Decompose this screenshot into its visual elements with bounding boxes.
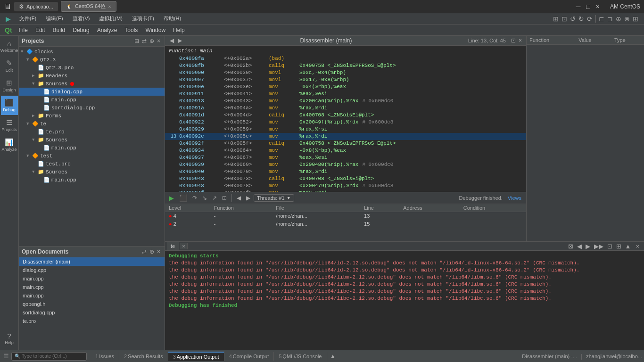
- icon-projects[interactable]: ☰ Projects: [1, 115, 18, 135]
- tab2-close-icon[interactable]: ×: [108, 4, 111, 9]
- tree-item-maincpp3[interactable]: 📄 main.cpp: [19, 176, 165, 184]
- open-doc-sortdialog[interactable]: sortdialog.cpp: [19, 308, 165, 317]
- icon-welcome[interactable]: ⌂ Welcome: [1, 37, 18, 56]
- icon-analyze[interactable]: 📊 Analyze: [1, 135, 18, 155]
- open-doc-tepro[interactable]: te.pro: [19, 317, 165, 325]
- tree-item-sources1[interactable]: ▼ 📁 Sources: [19, 80, 165, 88]
- open-doc-maincpp3[interactable]: main.cpp: [19, 291, 165, 300]
- status-tab-appoutput[interactable]: 3Application Output: [168, 352, 224, 361]
- tree-item-testpro[interactable]: 📄 test.pro: [19, 160, 165, 168]
- disassembler-body[interactable]: Function: main 0x4008fa <+0x002a> (bad): [165, 46, 526, 192]
- tree-item-test[interactable]: ▼ 🔶 test: [19, 152, 165, 160]
- qt-menu-debug[interactable]: Debug: [69, 26, 93, 34]
- tree-item-qt23[interactable]: ▼ 🔶 Qt2-3: [19, 56, 165, 64]
- sync-open-icon[interactable]: ⇄: [140, 248, 148, 255]
- output-toolbar-3[interactable]: ▶: [584, 242, 592, 250]
- disasm-close-icon[interactable]: ×: [517, 37, 523, 44]
- toolbar-icon-10[interactable]: ⊞: [633, 15, 638, 23]
- vm-tab2[interactable]: 🐧 CentOS 64位 ×: [61, 1, 116, 12]
- output-toolbar-5[interactable]: ⊡: [605, 242, 614, 250]
- open-doc-dialogcpp[interactable]: dialog.cpp: [19, 266, 165, 274]
- dbg-continue-btn[interactable]: ▶: [167, 193, 176, 203]
- expand-icon[interactable]: ⊕: [148, 37, 156, 45]
- threads-selector[interactable]: Threads: #1 ▼: [254, 194, 294, 202]
- tree-item-sortdialogcpp[interactable]: 📄 sortdialog.cpp: [19, 104, 165, 112]
- open-doc-maincpp1[interactable]: main.cpp: [19, 274, 165, 283]
- vm-tab1[interactable]: ⚙ Applicatio...: [14, 2, 58, 11]
- vm-maximize-btn[interactable]: □: [586, 3, 590, 10]
- output-toolbar-1[interactable]: ⊠: [566, 242, 575, 250]
- output-te-close-icon[interactable]: ×: [180, 243, 187, 249]
- bp-row-2[interactable]: ● 2 - /home/zhan... 15: [165, 220, 526, 228]
- icon-help[interactable]: ? Help: [1, 329, 18, 348]
- icon-debug[interactable]: ⬛ Debug: [1, 96, 18, 115]
- close-projects-icon[interactable]: ×: [156, 37, 162, 45]
- qt-menu-tools[interactable]: Tools: [121, 26, 141, 34]
- tree-item-maincpp1[interactable]: 📄 main.cpp: [19, 96, 165, 104]
- dbg-step-into-btn[interactable]: ↘: [200, 194, 209, 202]
- close-open-icon[interactable]: ×: [156, 248, 162, 255]
- disasm-nav-forward[interactable]: ▶: [176, 37, 184, 44]
- locate-input-container[interactable]: 🔍: [11, 352, 87, 361]
- tree-item-te[interactable]: ▼ 🔶 te: [19, 120, 165, 128]
- vm-minimize-btn[interactable]: ─: [576, 3, 580, 10]
- locate-input[interactable]: [22, 354, 83, 359]
- toolbar-icon-1[interactable]: ⊞: [553, 15, 559, 23]
- filter-icon[interactable]: ⊟: [133, 37, 140, 45]
- tree-item-clocks[interactable]: ▼ 🔷 clocks: [19, 48, 165, 56]
- toolbar-icon-9[interactable]: ⊗: [624, 15, 630, 23]
- toolbar-icon-8[interactable]: ⊕: [616, 15, 621, 23]
- dbg-fwd-btn[interactable]: ▶: [244, 194, 252, 202]
- menu-tab[interactable]: 选项卡(T): [127, 14, 159, 23]
- bp-row-1[interactable]: ● 4 - /home/zhan... 13: [165, 212, 526, 220]
- status-filter-btn[interactable]: ☰: [2, 352, 10, 360]
- dbg-step-out-btn[interactable]: ↗: [210, 194, 219, 202]
- output-toolbar-6[interactable]: ⊞: [614, 242, 623, 250]
- app-output-body[interactable]: Debugging starts the debug information f…: [165, 251, 644, 350]
- output-toolbar-2[interactable]: ◀: [575, 242, 584, 250]
- qt-menu-help[interactable]: Help: [169, 26, 189, 34]
- qt-menu-build[interactable]: Build: [49, 26, 69, 34]
- tree-item-headers[interactable]: ▶ 📁 Headers: [19, 72, 165, 80]
- menu-vm[interactable]: 虚拟机(M): [94, 14, 127, 23]
- status-tab-compile[interactable]: 4Compile Output: [224, 352, 274, 361]
- open-doc-qopengl[interactable]: qopengl.h: [19, 300, 165, 308]
- sync-icon[interactable]: ⇄: [140, 37, 148, 45]
- tree-item-sources3[interactable]: ▼ 📁 Sources: [19, 168, 165, 176]
- disasm-expand-icon[interactable]: ⊡: [510, 37, 517, 44]
- toolbar-icon-3[interactable]: ↺: [570, 15, 576, 23]
- toolbar-icon-5[interactable]: ⟳: [587, 15, 593, 23]
- status-tab-issues[interactable]: 1Issues: [91, 352, 119, 361]
- tree-item-tepro[interactable]: 📄 te.pro: [19, 128, 165, 136]
- menu-file[interactable]: 文件(F): [15, 14, 41, 23]
- open-doc-maincpp2[interactable]: main.cpp: [19, 283, 165, 291]
- toolbar-icon-4[interactable]: ↻: [578, 15, 584, 23]
- expand-open-icon[interactable]: ⊕: [148, 248, 156, 255]
- menu-view[interactable]: 查看(V): [68, 14, 95, 23]
- qt-menu-file[interactable]: File: [15, 26, 32, 34]
- open-doc-disasm[interactable]: Disassembler (main): [19, 257, 165, 266]
- output-toolbar-4[interactable]: ▶▶: [592, 242, 605, 250]
- status-toggle-btn[interactable]: ▲: [327, 351, 339, 361]
- menu-help[interactable]: 帮助(H): [159, 14, 186, 23]
- dbg-nav-btn[interactable]: ⊡: [220, 194, 229, 202]
- output-collapse-btn[interactable]: ▲: [623, 242, 633, 250]
- tree-item-maincpp2[interactable]: 📄 main.cpp: [19, 144, 165, 152]
- output-close-btn[interactable]: ×: [633, 242, 642, 250]
- toolbar-icon-6[interactable]: ⊏: [599, 15, 604, 23]
- status-tab-search[interactable]: 2Search Results: [119, 352, 168, 361]
- tree-item-qt23pro[interactable]: 📄 Qt2-3.pro: [19, 64, 165, 72]
- tree-item-dialogcpp[interactable]: 📄 dialog.cpp: [19, 88, 165, 96]
- dbg-back-btn[interactable]: ◀: [235, 194, 243, 202]
- views-btn[interactable]: Views: [508, 195, 521, 201]
- tree-item-sources2[interactable]: ▼ 📁 Sources: [19, 136, 165, 144]
- toolbar-icon-7[interactable]: ⊐: [607, 15, 613, 23]
- status-tab-qml[interactable]: 5QML/JS Console: [274, 352, 327, 361]
- disasm-nav-back[interactable]: ◀: [168, 37, 176, 44]
- tree-item-forms[interactable]: ▶ 📁 Forms: [19, 112, 165, 120]
- qt-menu-window[interactable]: Window: [141, 26, 169, 34]
- dbg-step-over-btn[interactable]: ↷: [190, 194, 199, 202]
- icon-edit[interactable]: ✎ Edit: [1, 56, 18, 75]
- qt-menu-edit[interactable]: Edit: [32, 26, 49, 34]
- icon-design[interactable]: ⊞ Design: [1, 76, 18, 95]
